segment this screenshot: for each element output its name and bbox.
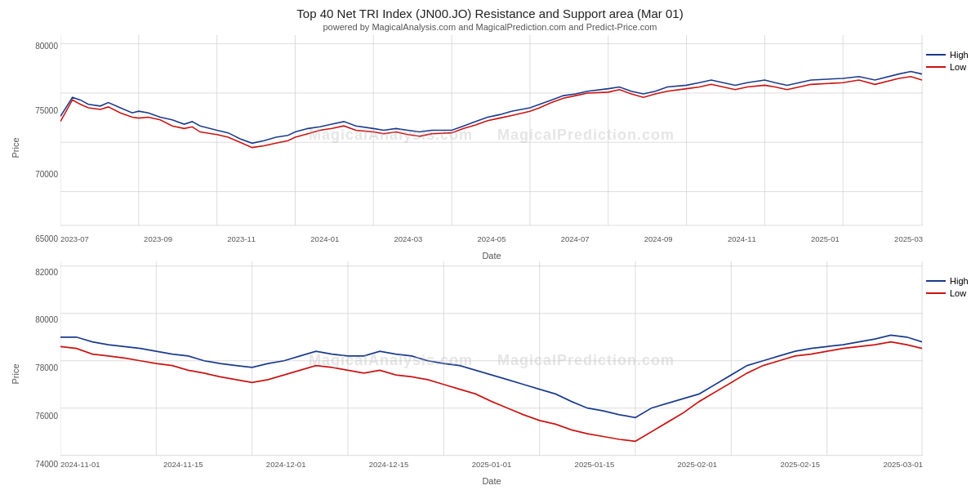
chart1-legend-high: High <box>926 50 969 60</box>
chart2-legend-high: High <box>926 276 969 286</box>
chart1-svg <box>60 35 923 234</box>
chart1-ytick-4: 65000 <box>23 234 60 243</box>
chart2-svg-area: MagicalAnalysis.com MagicalPrediction.co… <box>60 261 923 461</box>
chart1-ytick-1: 80000 <box>23 42 60 51</box>
chart1-xtick-4: 2024-01 <box>310 234 339 249</box>
chart2-ytick-2: 80000 <box>23 315 60 324</box>
chart1-high-label: High <box>950 50 969 60</box>
chart2-xtick-5: 2025-01-01 <box>472 460 512 474</box>
chart2-high-line <box>60 335 922 417</box>
chart2-x-label: Date <box>60 474 923 487</box>
page-title: Top 40 Net TRI Index (JN00.JO) Resistanc… <box>8 7 972 20</box>
chart1-container: Price 80000 75000 70000 65000 <box>8 35 972 261</box>
chart1-svg-area: MagicalAnalysis.com MagicalPrediction.co… <box>60 35 923 234</box>
chart2-xtick-7: 2025-02-01 <box>678 460 718 474</box>
chart1-xtick-1: 2023-07 <box>60 234 89 249</box>
chart2-low-label: Low <box>950 288 966 298</box>
chart2-xtick-2: 2024-11-15 <box>163 460 203 474</box>
chart2-legend-low: Low <box>926 288 969 298</box>
chart2-ytick-5: 74000 <box>23 460 60 469</box>
chart2-svg <box>60 261 923 461</box>
chart1-low-line <box>60 77 922 148</box>
chart1-xtick-2: 2023-09 <box>144 234 172 249</box>
chart1-low-label: Low <box>950 62 966 72</box>
chart2-y-label: Price <box>8 261 23 488</box>
chart1-xtick-7: 2024-07 <box>561 234 590 249</box>
chart2-ytick-1: 82000 <box>23 268 60 277</box>
chart2-xtick-8: 2025-02-15 <box>780 460 820 474</box>
chart2-high-legend-line <box>926 280 946 282</box>
chart1-xtick-3: 2023-11 <box>227 234 256 249</box>
chart1-legend-low: Low <box>926 62 969 72</box>
chart1-xtick-6: 2024-05 <box>478 234 506 249</box>
chart2-ytick-4: 76000 <box>23 412 60 421</box>
chart2-xtick-1: 2024-11-01 <box>60 460 100 474</box>
chart2-ytick-3: 78000 <box>23 363 60 372</box>
page-subtitle: powered by MagicalAnalysis.com and Magic… <box>8 22 972 32</box>
chart2-xtick-4: 2024-12-15 <box>369 460 409 474</box>
chart1-ytick-3: 70000 <box>23 170 60 179</box>
chart1-high-line <box>60 71 922 143</box>
chart2-xtick-3: 2024-12-01 <box>266 460 306 474</box>
chart1-xtick-5: 2024-03 <box>394 234 422 249</box>
page-container: Top 40 Net TRI Index (JN00.JO) Resistanc… <box>0 0 980 490</box>
chart2-container: Price 82000 80000 78000 76000 74000 <box>8 261 972 488</box>
charts-wrapper: Price 80000 75000 70000 65000 <box>8 35 972 487</box>
chart1-low-legend-line <box>926 66 946 68</box>
chart2-high-label: High <box>950 276 969 286</box>
chart1-xtick-11: 2025-03 <box>894 234 923 249</box>
chart1-high-legend-line <box>926 54 946 56</box>
chart1-legend: High Low <box>923 35 972 261</box>
chart1-ytick-2: 75000 <box>23 106 60 115</box>
chart1-inner: MagicalAnalysis.com MagicalPrediction.co… <box>60 35 923 261</box>
chart2-low-legend-line <box>926 292 946 294</box>
chart1-xtick-8: 2024-09 <box>644 234 673 249</box>
chart2-inner: MagicalAnalysis.com MagicalPrediction.co… <box>60 261 923 488</box>
chart1-xtick-10: 2025-01 <box>811 234 840 249</box>
chart1-xtick-9: 2024-11 <box>728 234 756 249</box>
chart1-x-label: Date <box>60 249 923 261</box>
chart1-y-label: Price <box>8 35 23 261</box>
chart2-legend: High Low <box>923 261 972 488</box>
chart2-xtick-9: 2025-03-01 <box>883 460 923 474</box>
chart2-xtick-6: 2025-01-15 <box>575 460 615 474</box>
